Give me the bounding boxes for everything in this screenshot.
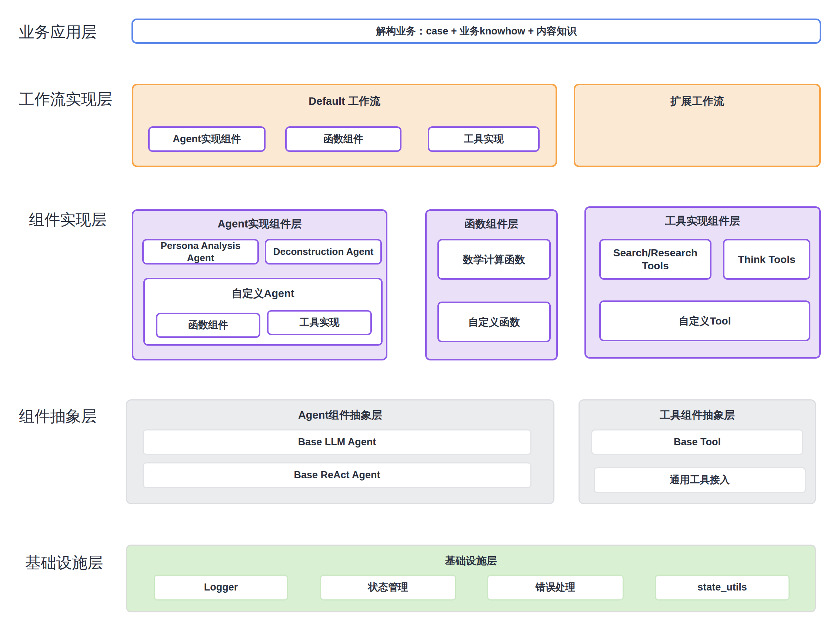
function-group-panel: 函数组件层 数学计算函数 自定义函数 bbox=[425, 209, 558, 360]
search-research-tools-chip: Search/Research Tools bbox=[599, 239, 712, 280]
infrastructure-panel: 基础设施层 Logger 状态管理 错误处理 state_utils bbox=[126, 545, 816, 612]
default-workflow-title: Default 工作流 bbox=[133, 94, 556, 109]
tool-abstract-title: 工具组件抽象层 bbox=[579, 408, 815, 423]
infrastructure-title: 基础设施层 bbox=[127, 554, 815, 568]
agent-abstract-title: Agent组件抽象层 bbox=[127, 408, 553, 423]
custom-agent-title: 自定义Agent bbox=[145, 286, 381, 301]
agent-impl-group-title: Agent实现组件层 bbox=[133, 217, 386, 232]
workflow-item-agent-impl: Agent实现组件 bbox=[148, 126, 265, 152]
custom-agent-tool-chip: 工具实现 bbox=[267, 310, 372, 335]
deconstruction-agent-chip: Deconstruction Agent bbox=[265, 239, 382, 264]
state-management-chip: 状态管理 bbox=[320, 575, 456, 600]
state-utils-chip: state_utils bbox=[655, 575, 789, 600]
base-react-agent-chip: Base ReAct Agent bbox=[142, 462, 532, 488]
custom-agent-function-chip: 函数组件 bbox=[156, 313, 261, 338]
architecture-diagram: 业务应用层 工作流实现层 组件实现层 组件抽象层 基础设施层 解构业务：case… bbox=[0, 0, 840, 632]
base-llm-agent-chip: Base LLM Agent bbox=[142, 429, 532, 455]
business-banner-text: 解构业务：case + 业务knowhow + 内容知识 bbox=[376, 24, 577, 38]
logger-chip: Logger bbox=[154, 575, 288, 600]
custom-function-chip: 自定义函数 bbox=[437, 302, 551, 342]
label-business-layer: 业务应用层 bbox=[19, 23, 97, 41]
extended-workflow-title: 扩展工作流 bbox=[575, 94, 819, 109]
workflow-item-tool: 工具实现 bbox=[428, 126, 540, 152]
math-function-chip: 数学计算函数 bbox=[437, 239, 551, 280]
label-infra-layer: 基础设施层 bbox=[25, 554, 103, 572]
custom-tool-chip: 自定义Tool bbox=[599, 300, 810, 341]
agent-abstract-panel: Agent组件抽象层 Base LLM Agent Base ReAct Age… bbox=[126, 399, 554, 504]
custom-agent-subpanel: 自定义Agent 函数组件 工具实现 bbox=[143, 278, 382, 346]
label-component-abstract-layer: 组件抽象层 bbox=[19, 408, 97, 425]
think-tools-chip: Think Tools bbox=[723, 239, 810, 280]
tool-abstract-panel: 工具组件抽象层 Base Tool 通用工具接入 bbox=[578, 399, 816, 504]
label-workflow-layer: 工作流实现层 bbox=[19, 90, 112, 108]
base-tool-chip: Base Tool bbox=[591, 429, 803, 455]
error-handling-chip: 错误处理 bbox=[487, 575, 624, 600]
persona-analysis-agent-chip: Persona Analysis Agent bbox=[142, 239, 259, 264]
tool-impl-group-title: 工具实现组件层 bbox=[586, 214, 819, 229]
workflow-item-function: 函数组件 bbox=[285, 126, 401, 152]
extended-workflow-panel: 扩展工作流 bbox=[574, 84, 821, 167]
business-banner: 解构业务：case + 业务knowhow + 内容知识 bbox=[131, 19, 821, 44]
function-group-title: 函数组件层 bbox=[427, 217, 556, 232]
agent-impl-group-panel: Agent实现组件层 Persona Analysis Agent Decons… bbox=[132, 209, 387, 360]
generic-tool-access-chip: 通用工具接入 bbox=[594, 467, 806, 493]
tool-impl-group-panel: 工具实现组件层 Search/Research Tools Think Tool… bbox=[584, 206, 821, 359]
label-component-impl-layer: 组件实现层 bbox=[29, 211, 107, 229]
default-workflow-panel: Default 工作流 Agent实现组件 函数组件 工具实现 bbox=[132, 84, 557, 167]
